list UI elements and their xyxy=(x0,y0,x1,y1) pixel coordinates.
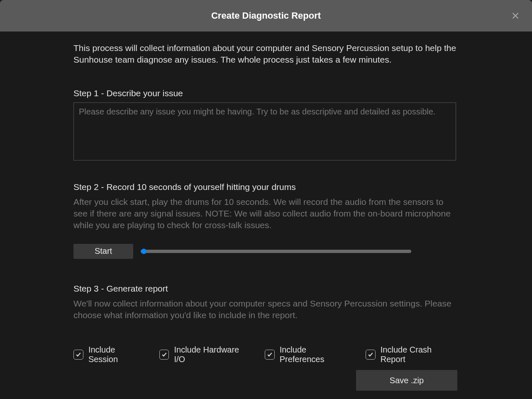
checkbox-label: Include Preferences xyxy=(280,345,353,364)
dialog-title: Create Diagnostic Report xyxy=(211,10,321,21)
intro-text: This process will collect information ab… xyxy=(73,42,459,66)
checkbox-include-crash-report[interactable]: Include Crash Report xyxy=(366,345,459,364)
checkbox-box xyxy=(73,350,83,360)
recording-progress-slider[interactable] xyxy=(141,250,411,253)
step2-title: Step 2 - Record 10 seconds of yourself h… xyxy=(73,182,459,192)
close-button[interactable] xyxy=(509,10,522,22)
issue-description-input[interactable] xyxy=(73,102,456,161)
checkbox-include-session[interactable]: Include Session xyxy=(73,345,147,364)
checkbox-box xyxy=(159,350,169,360)
checkmark-icon xyxy=(161,352,167,358)
save-zip-button[interactable]: Save .zip xyxy=(356,370,457,391)
close-icon xyxy=(511,11,520,20)
checkmark-icon xyxy=(267,352,273,358)
start-recording-button[interactable]: Start xyxy=(73,244,133,259)
step3-section: Step 3 - Generate report We'll now colle… xyxy=(73,284,459,365)
progress-thumb xyxy=(141,248,146,254)
dialog-header: Create Diagnostic Report xyxy=(0,0,532,32)
checkbox-box xyxy=(366,350,376,360)
step2-section: Step 2 - Record 10 seconds of yourself h… xyxy=(73,182,459,259)
checkbox-include-hardware-io[interactable]: Include Hardware I/O xyxy=(159,345,252,364)
checkbox-label: Include Hardware I/O xyxy=(174,345,252,364)
checkbox-box xyxy=(265,350,275,360)
step3-title: Step 3 - Generate report xyxy=(73,284,459,294)
checkbox-include-preferences[interactable]: Include Preferences xyxy=(265,345,353,364)
checkmark-icon xyxy=(368,352,373,358)
step1-section: Step 1 - Describe your issue xyxy=(73,88,459,162)
checkbox-row: Include Session Include Hardware I/O Inc… xyxy=(73,345,459,364)
step3-description: We'll now collect information about your… xyxy=(73,298,459,321)
dialog-content: This process will collect information ab… xyxy=(0,32,532,364)
record-row: Start xyxy=(73,244,459,259)
dialog-footer: Save .zip xyxy=(356,370,457,391)
checkmark-icon xyxy=(76,352,81,358)
checkbox-label: Include Session xyxy=(88,345,147,364)
checkbox-label: Include Crash Report xyxy=(381,345,459,364)
step2-description: After you click start, play the drums fo… xyxy=(73,196,459,231)
step1-title: Step 1 - Describe your issue xyxy=(73,88,459,98)
